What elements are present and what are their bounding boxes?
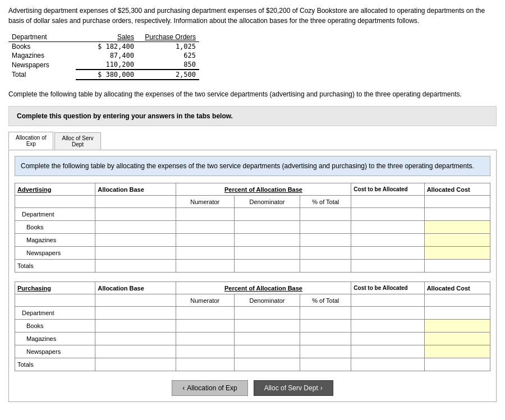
adv-dept-alloc-base[interactable] bbox=[98, 209, 173, 219]
tab-serv-dept-line2: Dept bbox=[62, 141, 93, 147]
adv-totals-alloc-base[interactable] bbox=[98, 261, 173, 271]
advertising-table: Advertising Allocation Base Percent of A… bbox=[15, 183, 490, 273]
tab-alloc-exp-line2: Exp bbox=[16, 141, 46, 147]
back-chevron-icon: ‹ bbox=[182, 384, 185, 392]
pur-totals-numerator[interactable] bbox=[178, 359, 232, 370]
pur-totals-alloc-cost[interactable] bbox=[427, 359, 488, 370]
pur-cost-alloc-blank bbox=[351, 294, 424, 307]
adv-magazines-alloc-cost[interactable] bbox=[427, 235, 488, 245]
adv-blank-base bbox=[95, 196, 176, 208]
pur-totals-cost-alloc[interactable] bbox=[354, 359, 421, 370]
pur-row-newspapers-label: Newspapers bbox=[15, 345, 95, 358]
pur-dept-alloc-cost[interactable] bbox=[427, 308, 488, 318]
adv-totals-pct[interactable] bbox=[302, 261, 348, 271]
tab-alloc-exp[interactable]: Allocation of Exp bbox=[8, 132, 53, 150]
adv-alloc-cost-header: Allocated Cost bbox=[424, 183, 490, 196]
tab-alloc-serv-dept[interactable]: Alloc of Serv Dept bbox=[54, 132, 100, 150]
pur-newspapers-denominator[interactable] bbox=[237, 347, 297, 357]
adv-dept-numerator[interactable] bbox=[178, 209, 232, 219]
pur-dept-denominator[interactable] bbox=[237, 308, 297, 318]
adv-dept-denominator[interactable] bbox=[237, 209, 297, 219]
pur-alloc-cost-blank bbox=[424, 294, 490, 307]
pur-totals-alloc-base[interactable] bbox=[98, 359, 173, 370]
pur-magazines-denominator[interactable] bbox=[237, 334, 297, 344]
row-newspapers-sales: 110,200 bbox=[76, 60, 137, 70]
pur-newspapers-alloc-base[interactable] bbox=[98, 347, 173, 357]
next-chevron-icon: › bbox=[320, 384, 323, 392]
adv-magazines-denominator[interactable] bbox=[237, 235, 297, 245]
adv-totals-denominator[interactable] bbox=[237, 261, 297, 271]
tabs-container: Allocation of Exp Alloc of Serv Dept bbox=[8, 132, 497, 150]
next-button[interactable]: Alloc of Serv Dept › bbox=[254, 380, 333, 396]
col-header-po: Purchase Orders bbox=[137, 33, 199, 42]
adv-dept-alloc-cost[interactable] bbox=[427, 209, 488, 219]
adv-dept-pct[interactable] bbox=[302, 209, 348, 219]
adv-newspapers-denominator[interactable] bbox=[237, 248, 297, 258]
row-newspapers-po: 850 bbox=[137, 60, 199, 70]
pur-magazines-numerator[interactable] bbox=[178, 334, 232, 344]
pur-numerator-header: Numerator bbox=[176, 294, 234, 307]
adv-totals-numerator[interactable] bbox=[178, 261, 232, 271]
pur-newspapers-pct[interactable] bbox=[302, 347, 348, 357]
col-header-dept: Department bbox=[8, 33, 76, 42]
adv-books-alloc-cost[interactable] bbox=[427, 222, 488, 232]
tab-serv-dept-line1: Alloc of Serv bbox=[62, 135, 93, 141]
pur-newspapers-numerator[interactable] bbox=[178, 347, 232, 357]
adv-books-denominator[interactable] bbox=[237, 222, 297, 232]
adv-magazines-pct[interactable] bbox=[302, 235, 348, 245]
adv-books-numerator[interactable] bbox=[178, 222, 232, 232]
adv-books-cost-alloc[interactable] bbox=[354, 222, 421, 232]
pur-newspapers-alloc-cost[interactable] bbox=[427, 347, 488, 357]
adv-row-books-label: Books bbox=[15, 221, 95, 234]
pur-magazines-pct[interactable] bbox=[302, 334, 348, 344]
pur-dept-cost-alloc[interactable] bbox=[354, 308, 421, 318]
adv-books-pct[interactable] bbox=[302, 222, 348, 232]
pur-books-pct[interactable] bbox=[302, 321, 348, 331]
adv-newspapers-alloc-base[interactable] bbox=[98, 248, 173, 258]
pur-magazines-cost-alloc[interactable] bbox=[354, 334, 421, 344]
adv-magazines-numerator[interactable] bbox=[178, 235, 232, 245]
pur-books-alloc-cost[interactable] bbox=[427, 321, 488, 331]
back-button[interactable]: ‹ Allocation of Exp bbox=[172, 380, 247, 396]
adv-col-alloc-base: Allocation Base bbox=[95, 183, 176, 196]
pur-totals-pct[interactable] bbox=[302, 359, 348, 370]
pur-dept-alloc-base[interactable] bbox=[98, 308, 173, 318]
pur-pct-total-header: % of Total bbox=[300, 294, 351, 307]
adv-newspapers-pct[interactable] bbox=[302, 248, 348, 258]
question-box: Complete this question by entering your … bbox=[8, 106, 497, 126]
pur-dept-pct[interactable] bbox=[302, 308, 348, 318]
pur-books-numerator[interactable] bbox=[178, 321, 232, 331]
adv-denominator-header: Denominator bbox=[234, 196, 300, 208]
pur-newspapers-cost-alloc[interactable] bbox=[354, 347, 421, 357]
pur-magazines-alloc-base[interactable] bbox=[98, 334, 173, 344]
pur-dept-numerator[interactable] bbox=[178, 308, 232, 318]
col-header-sales: Sales bbox=[76, 33, 137, 42]
adv-newspapers-cost-alloc[interactable] bbox=[354, 248, 421, 258]
adv-totals-alloc-cost[interactable] bbox=[427, 261, 488, 271]
row-magazines-sales: 87,400 bbox=[76, 51, 137, 60]
pur-blank-base bbox=[95, 294, 176, 307]
adv-dept-cost-alloc[interactable] bbox=[354, 209, 421, 219]
adv-newspapers-numerator[interactable] bbox=[178, 248, 232, 258]
adv-magazines-alloc-base[interactable] bbox=[98, 235, 173, 245]
row-books-po: 1,025 bbox=[137, 42, 199, 52]
adv-books-alloc-base[interactable] bbox=[98, 222, 173, 232]
row-magazines-dept: Magazines bbox=[8, 51, 76, 60]
adv-alloc-cost-blank bbox=[424, 196, 490, 208]
intro-text: Advertising department expenses of $25,3… bbox=[8, 6, 497, 26]
pur-alloc-cost-header: Allocated Cost bbox=[424, 282, 490, 294]
adv-row-dept-label: Department bbox=[15, 208, 95, 221]
pur-books-alloc-base[interactable] bbox=[98, 321, 173, 331]
adv-magazines-cost-alloc[interactable] bbox=[354, 235, 421, 245]
row-total-dept: Total bbox=[8, 70, 76, 80]
adv-newspapers-alloc-cost[interactable] bbox=[427, 248, 488, 258]
adv-totals-cost-alloc[interactable] bbox=[354, 261, 421, 271]
pur-books-denominator[interactable] bbox=[237, 321, 297, 331]
tab-content: Complete the following table by allocati… bbox=[8, 150, 497, 402]
pur-magazines-alloc-cost[interactable] bbox=[427, 334, 488, 344]
pur-books-cost-alloc[interactable] bbox=[354, 321, 421, 331]
instructions-text: Complete the following table by allocati… bbox=[21, 162, 474, 170]
pur-totals-denominator[interactable] bbox=[237, 359, 297, 370]
adv-blank-dept bbox=[15, 196, 95, 208]
pur-row-totals-label: Totals bbox=[15, 358, 95, 371]
